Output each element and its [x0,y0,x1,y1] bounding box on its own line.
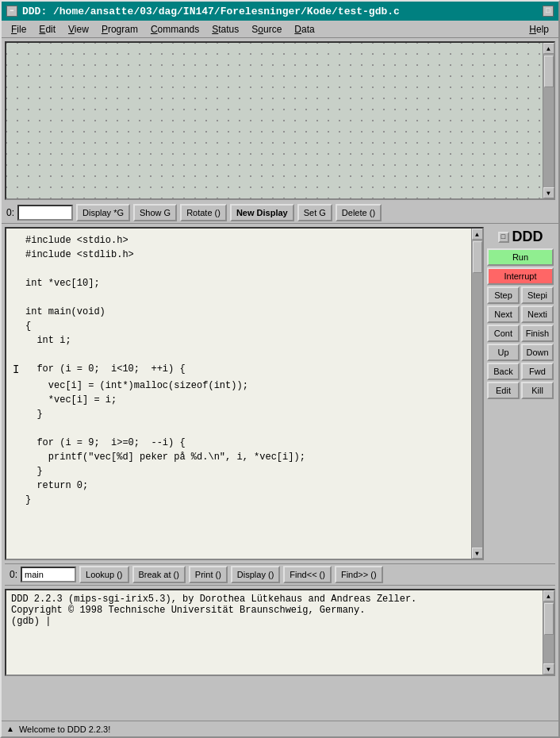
menu-view[interactable]: View [62,22,95,37]
code-toolbar-label: 0: [10,569,17,580]
code-text-17: } [25,464,465,479]
menu-file[interactable]: File [5,22,33,37]
console-line-3: (gdb) | [11,616,538,627]
next-row: Next Nexti [487,306,554,323]
console-scrollbar[interactable]: ▲ ▼ [543,590,554,675]
code-text-16: printf("vec[%d] peker på %d.\n", i, *vec… [25,450,465,464]
backfwd-row: Back Fwd [487,363,554,380]
menu-commands[interactable]: Commands [144,22,205,37]
code-text-11: vec[i] = (int*)malloc(sizeof(int)); [25,379,465,393]
code-line-3 [13,262,465,276]
code-line-19: } [13,493,465,507]
ddd-label-row: □ DDD [487,229,554,245]
code-toolbar-input[interactable] [21,567,76,582]
code-editor: #include <stdio.h> #include <stdlib.h> i… [6,229,471,559]
display-btn-1[interactable]: Show G [133,204,177,221]
code-text-4: int *vec[10]; [25,276,465,290]
maximize-button[interactable]: □ [543,6,554,17]
code-text-15: for (i = 9; i>=0; --i) { [25,436,465,450]
menu-source[interactable]: Source [245,22,288,37]
ddd-square-icon[interactable]: □ [498,232,509,243]
menu-bar: File Edit View Program Commands Status S… [2,21,558,38]
scroll-up-arrow[interactable]: ▲ [543,43,554,54]
dotted-background [6,43,543,198]
data-canvas [6,43,543,198]
cont-row: Cont Finish [487,325,554,342]
console-scroll-track[interactable] [543,602,554,663]
kill-button[interactable]: Kill [521,382,554,399]
cont-button[interactable]: Cont [487,325,520,342]
scroll-thumb-data[interactable] [544,56,554,87]
menu-edit[interactable]: Edit [33,22,62,37]
step-row: Step Stepi [487,286,554,304]
step-button[interactable]: Step [487,286,520,304]
console-scroll-up[interactable]: ▲ [543,590,554,602]
code-line-16: printf("vec[%d] peker på %d.\n", i, *vec… [13,450,465,464]
code-panel: #include <stdio.h> #include <stdlib.h> i… [5,227,484,560]
edit-button[interactable]: Edit [487,382,520,399]
display-btn-0[interactable]: Display *G [76,204,130,221]
display-btn-2[interactable]: Rotate () [180,204,227,221]
display-btn-4[interactable]: Set G [297,204,332,221]
finish-button[interactable]: Finish [521,325,554,342]
find-back-button[interactable]: Find<< () [283,566,332,583]
console-scroll-thumb[interactable] [544,603,554,635]
menu-program[interactable]: Program [95,22,144,37]
code-scrollbar[interactable]: ▲ ▼ [471,229,482,559]
code-line-17: } [13,464,465,479]
display-button[interactable]: Display () [231,566,280,583]
code-line-18: return 0; [13,479,465,493]
code-text-6: int main(void) [25,305,465,319]
run-button[interactable]: Run [487,248,554,266]
status-bar: ▲ Welcome to DDD 2.2.3! [2,721,558,736]
scroll-down-arrow[interactable]: ▼ [543,187,554,198]
code-text-13: } [25,407,465,421]
code-scroll-track[interactable] [472,240,482,548]
code-toolbar: 0: Lookup () Break at () Print () Displa… [5,563,555,586]
title-bar-left: − DDD: /home/ansatte/03/dag/IN147/Forele… [6,6,400,17]
stepi-button[interactable]: Stepi [521,286,554,304]
console-scroll-down[interactable]: ▼ [543,663,554,675]
code-scroll-thumb[interactable] [473,241,482,273]
code-text-2: #include <stdlib.h> [25,248,465,262]
code-line-11: vec[i] = (int*)malloc(sizeof(int)); [13,379,465,393]
code-text-3 [25,262,465,276]
code-text-5 [25,290,465,305]
down-button[interactable]: Down [521,344,554,361]
data-scrollbar[interactable]: ▲ ▼ [543,43,554,198]
main-content: #include <stdio.h> #include <stdlib.h> i… [5,227,555,560]
code-line-14 [13,421,465,436]
up-button[interactable]: Up [487,344,520,361]
interrupt-button[interactable]: Interrupt [487,267,554,285]
back-button[interactable]: Back [487,363,520,380]
print-button[interactable]: Print () [189,566,228,583]
display-toolbar: 0: Display *G Show G Rotate () New Displ… [2,202,558,224]
code-line-7: { [13,319,465,333]
break-at-button[interactable]: Break at () [132,566,186,583]
code-scroll-down[interactable]: ▼ [472,548,483,559]
lookup-button[interactable]: Lookup () [79,566,128,583]
menu-data[interactable]: Data [288,22,320,37]
next-button[interactable]: Next [487,306,520,323]
code-scroll-up[interactable]: ▲ [472,229,483,240]
display-btn-3[interactable]: New Display [230,204,294,221]
code-line-10: I for (i = 0; i<10; ++i) { [13,362,465,379]
fwd-button[interactable]: Fwd [521,363,554,380]
display-btn-5[interactable]: Delete () [336,204,382,221]
updown-row: Up Down [487,344,554,361]
display-input[interactable] [17,205,73,221]
code-line-13: } [13,407,465,421]
menu-status[interactable]: Status [205,22,245,37]
menu-help[interactable]: Help [523,22,555,37]
code-text-12: *vec[i] = i; [25,393,465,407]
code-text-18: return 0; [25,479,465,493]
nexti-button[interactable]: Nexti [521,306,554,323]
editkill-row: Edit Kill [487,382,554,399]
scroll-track-data[interactable] [543,54,554,187]
find-fwd-button[interactable]: Find>> () [335,566,383,583]
right-panel: □ DDD Run Interrupt Step Stepi Next Next… [484,227,555,560]
main-window: − DDD: /home/ansatte/03/dag/IN147/Forele… [0,0,560,738]
code-text-7: { [25,319,465,333]
minimize-button[interactable]: − [6,6,17,17]
console-output: DDD 2.2.3 (mips-sgi-irix5.3), by Dorothe… [6,590,543,675]
